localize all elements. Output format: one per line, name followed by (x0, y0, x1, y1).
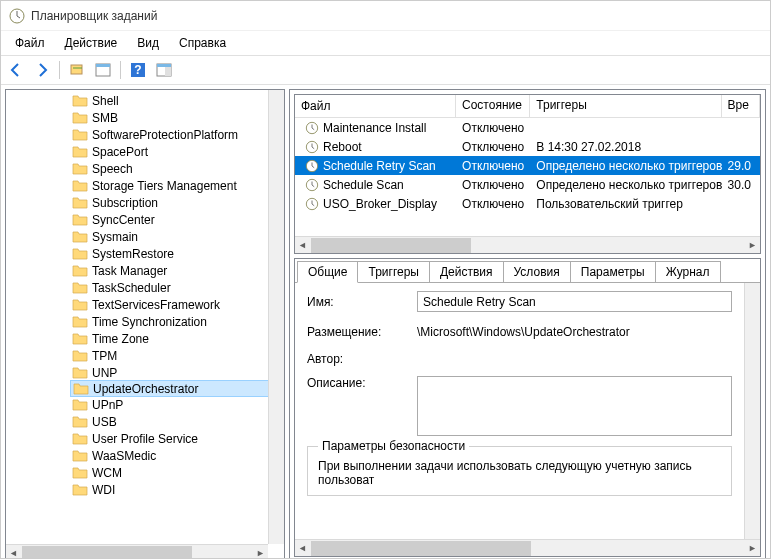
back-button[interactable] (5, 59, 27, 81)
tree-item[interactable]: SMB (70, 109, 284, 126)
task-row[interactable]: Schedule Retry ScanОтключеноОпределено н… (295, 156, 760, 175)
svg-rect-1 (71, 65, 82, 74)
detail-pane: Общие Триггеры Действия Условия Параметр… (294, 258, 761, 557)
scroll-right-icon[interactable]: ► (745, 541, 760, 556)
scroll-thumb[interactable] (311, 238, 471, 253)
panel-icon (95, 62, 111, 78)
separator (59, 61, 60, 79)
tree-pane: ShellSMBSoftwareProtectionPlatformSpaceP… (5, 89, 285, 559)
arrow-left-icon (8, 62, 24, 78)
tree-item[interactable]: Task Manager (70, 262, 284, 279)
tree-item[interactable]: UNP (70, 364, 284, 381)
tree-item-label: SoftwareProtectionPlatform (92, 128, 238, 142)
tab-actions[interactable]: Действия (429, 261, 504, 282)
tree-item-label: UPnP (92, 398, 123, 412)
tree-item-label: TextServicesFramework (92, 298, 220, 312)
scroll-left-icon[interactable]: ◄ (295, 541, 310, 556)
tree-item[interactable]: User Profile Service (70, 430, 284, 447)
tree-item[interactable]: USB (70, 413, 284, 430)
tree-item[interactable]: UpdateOrchestrator (70, 380, 284, 397)
tree-item[interactable]: WDI (70, 481, 284, 498)
view-button[interactable] (92, 59, 114, 81)
task-header: Файл Состояние Триггеры Вре (295, 95, 760, 118)
tree-item[interactable]: Subscription (70, 194, 284, 211)
menu-view[interactable]: Вид (127, 33, 169, 53)
scrollbar-horizontal[interactable]: ◄ ► (295, 539, 760, 556)
tree-item-label: USB (92, 415, 117, 429)
help-button[interactable]: ? (127, 59, 149, 81)
task-next (722, 127, 760, 129)
tree-item[interactable]: Storage Tiers Management (70, 177, 284, 194)
tree-item-label: TPM (92, 349, 117, 363)
tree-item[interactable]: Time Synchronization (70, 313, 284, 330)
name-field[interactable]: Schedule Retry Scan (417, 291, 732, 312)
task-trigger (530, 127, 721, 129)
scroll-left-icon[interactable]: ◄ (6, 546, 21, 560)
tree-item[interactable]: Sysmain (70, 228, 284, 245)
svg-text:?: ? (134, 63, 141, 77)
arrow-right-icon (34, 62, 50, 78)
task-row[interactable]: USO_Broker_DisplayОтключеноПользовательс… (295, 194, 760, 213)
tree-item-label: Time Synchronization (92, 315, 207, 329)
tree-item-label: Time Zone (92, 332, 149, 346)
panel2-button[interactable] (153, 59, 175, 81)
main-area: ShellSMBSoftwareProtectionPlatformSpaceP… (1, 85, 770, 558)
tree-item-label: Storage Tiers Management (92, 179, 237, 193)
tab-conditions[interactable]: Условия (503, 261, 571, 282)
tree-item[interactable]: Shell (70, 92, 284, 109)
task-name: Schedule Scan (323, 178, 404, 192)
col-state[interactable]: Состояние (456, 95, 530, 117)
task-trigger: В 14:30 27.02.2018 (530, 139, 721, 155)
tree-item[interactable]: TextServicesFramework (70, 296, 284, 313)
tab-triggers[interactable]: Триггеры (357, 261, 430, 282)
menu-help[interactable]: Справка (169, 33, 236, 53)
refresh-button[interactable] (66, 59, 88, 81)
menu-file[interactable]: Файл (5, 33, 55, 53)
task-row[interactable]: Maintenance InstallОтключено (295, 118, 760, 137)
scroll-right-icon[interactable]: ► (253, 546, 268, 560)
security-fieldset: Параметры безопасности При выполнении за… (307, 446, 732, 496)
tree-item[interactable]: TaskScheduler (70, 279, 284, 296)
tree-item[interactable]: Speech (70, 160, 284, 177)
tree-item-label: Subscription (92, 196, 158, 210)
scrollbar-vertical[interactable] (268, 90, 284, 544)
forward-button[interactable] (31, 59, 53, 81)
menu-action[interactable]: Действие (55, 33, 128, 53)
tree-item[interactable]: SyncCenter (70, 211, 284, 228)
scroll-left-icon[interactable]: ◄ (295, 238, 310, 253)
task-next: 29.0 (722, 158, 760, 174)
tree-item[interactable]: UPnP (70, 396, 284, 413)
right-pane: Файл Состояние Триггеры Вре Maintenance … (289, 89, 766, 559)
task-row[interactable]: Schedule ScanОтключеноОпределено несколь… (295, 175, 760, 194)
tree-item[interactable]: WCM (70, 464, 284, 481)
author-value (417, 356, 732, 362)
tree-item[interactable]: SoftwareProtectionPlatform (70, 126, 284, 143)
tab-settings[interactable]: Параметры (570, 261, 656, 282)
folder-tree-icon (69, 62, 85, 78)
tab-history[interactable]: Журнал (655, 261, 721, 282)
scrollbar-vertical[interactable] (744, 283, 760, 539)
col-file[interactable]: Файл (295, 95, 456, 117)
scroll-thumb[interactable] (311, 541, 531, 556)
tree-item-label: WaaSMedic (92, 449, 156, 463)
tree-item[interactable]: SpacePort (70, 143, 284, 160)
scrollbar-horizontal[interactable]: ◄ ► (6, 544, 268, 559)
scroll-right-icon[interactable]: ► (745, 238, 760, 253)
col-triggers[interactable]: Триггеры (530, 95, 721, 117)
scrollbar-horizontal[interactable]: ◄ ► (295, 236, 760, 253)
tree-item-label: SMB (92, 111, 118, 125)
description-field[interactable] (417, 376, 732, 436)
scroll-thumb[interactable] (22, 546, 192, 559)
tree-item-label: Shell (92, 94, 119, 108)
tree-item-label: Speech (92, 162, 133, 176)
tree-item[interactable]: SystemRestore (70, 245, 284, 262)
col-next[interactable]: Вре (722, 95, 760, 117)
tree-item-label: TaskScheduler (92, 281, 171, 295)
tree-item[interactable]: Time Zone (70, 330, 284, 347)
tree-item-label: Task Manager (92, 264, 167, 278)
task-row[interactable]: RebootОтключеноВ 14:30 27.02.2018 (295, 137, 760, 156)
tab-general[interactable]: Общие (297, 261, 358, 283)
tree-item[interactable]: TPM (70, 347, 284, 364)
tree-item[interactable]: WaaSMedic (70, 447, 284, 464)
task-trigger: Определено несколько триггеров (530, 177, 721, 193)
